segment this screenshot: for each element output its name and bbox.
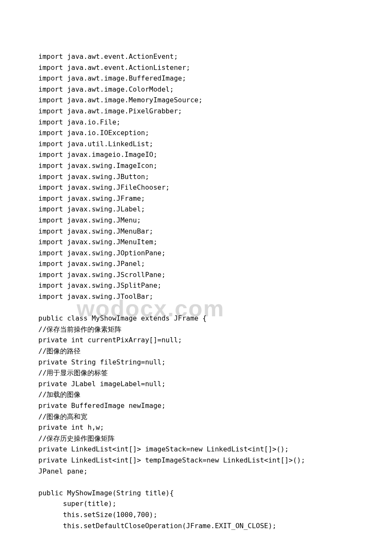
code-content: import java.awt.event.ActionEvent; impor… bbox=[38, 51, 354, 531]
document-page: wodocx.com import java.awt.event.ActionE… bbox=[0, 0, 392, 555]
